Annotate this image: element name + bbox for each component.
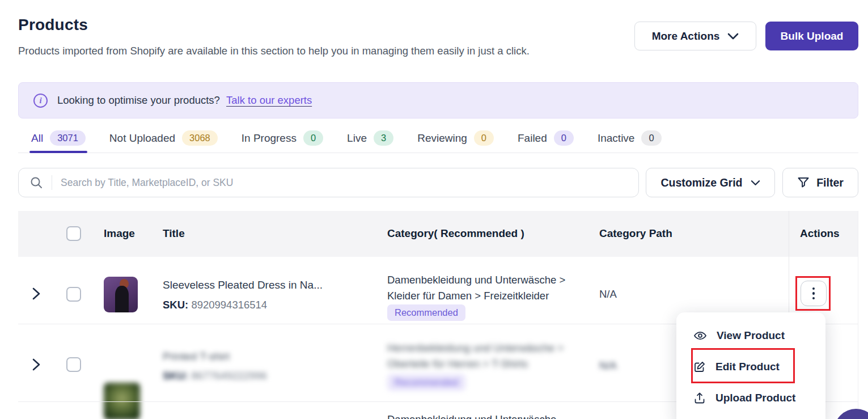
recommended-badge: Recommended bbox=[387, 374, 465, 391]
menu-item-edit-product[interactable]: Edit Product bbox=[676, 351, 825, 382]
experts-banner: i Looking to optimise your products? Tal… bbox=[18, 82, 858, 118]
banner-message: Looking to optimise your products? Talk … bbox=[57, 94, 312, 107]
select-all-checkbox[interactable] bbox=[66, 226, 81, 241]
customize-grid-button[interactable]: Customize Grid bbox=[646, 168, 775, 197]
upload-icon bbox=[693, 392, 706, 404]
product-category: Damenbekleidung und Unterwäsche bbox=[387, 412, 591, 419]
row-actions-menu: View Product Edit Product Upload Product bbox=[676, 312, 825, 419]
menu-item-view-product[interactable]: View Product bbox=[676, 320, 825, 351]
tab-live[interactable]: Live 3 bbox=[347, 124, 393, 153]
row-checkbox[interactable] bbox=[66, 357, 81, 372]
filter-icon bbox=[797, 176, 810, 189]
column-header-category-path: Category Path bbox=[599, 227, 672, 240]
tab-inactive-count: 0 bbox=[641, 130, 661, 146]
search-input[interactable] bbox=[61, 177, 628, 189]
page-title: Products bbox=[18, 16, 88, 34]
status-tabs: All 3071 Not Uploaded 3068 In Progress 0… bbox=[18, 124, 858, 153]
eye-icon bbox=[693, 329, 707, 342]
product-image bbox=[104, 383, 140, 419]
customize-grid-label: Customize Grid bbox=[660, 176, 742, 189]
product-sku: SKU: 8920994316514 bbox=[163, 299, 267, 311]
expand-row-icon[interactable] bbox=[32, 357, 41, 372]
tab-all[interactable]: All 3071 bbox=[31, 124, 86, 153]
search-icon bbox=[29, 176, 43, 189]
tab-failed-count: 0 bbox=[554, 130, 574, 146]
more-actions-button[interactable]: More Actions bbox=[634, 22, 756, 50]
category-path-value: N/A bbox=[599, 359, 617, 372]
chevron-down-icon bbox=[727, 33, 739, 40]
table-right-edge bbox=[858, 211, 858, 419]
row-actions-kebab-button[interactable] bbox=[801, 281, 827, 306]
product-sku: SKU: 8677649222996 bbox=[163, 370, 267, 382]
tab-reviewing-count: 0 bbox=[474, 130, 494, 146]
chevron-down-icon bbox=[751, 180, 760, 186]
chat-fab-button[interactable] bbox=[834, 409, 868, 419]
column-header-image: Image bbox=[104, 227, 135, 240]
edit-icon bbox=[693, 361, 706, 373]
search-bar[interactable] bbox=[18, 168, 639, 197]
column-header-category: Category( Recommended ) bbox=[387, 227, 524, 240]
more-actions-label: More Actions bbox=[652, 30, 720, 43]
product-category: Damenbekleidung und Unterwäsche > Kleide… bbox=[387, 272, 591, 303]
table-header: Image Title Category( Recommended ) Cate… bbox=[18, 211, 858, 257]
bulk-upload-label: Bulk Upload bbox=[781, 30, 844, 43]
tab-reviewing[interactable]: Reviewing 0 bbox=[417, 124, 494, 153]
bulk-upload-button[interactable]: Bulk Upload bbox=[765, 22, 858, 50]
column-header-title: Title bbox=[163, 227, 185, 240]
row-checkbox[interactable] bbox=[66, 287, 81, 302]
tab-all-count: 3071 bbox=[50, 130, 86, 146]
info-icon: i bbox=[33, 94, 48, 108]
talk-to-experts-link[interactable]: Talk to our experts bbox=[226, 94, 312, 106]
tab-not-uploaded-count: 3068 bbox=[182, 130, 218, 146]
filter-label: Filter bbox=[816, 176, 844, 189]
products-page: Products Products imported from Shopify … bbox=[0, 0, 868, 419]
product-image bbox=[104, 277, 138, 312]
page-subtitle: Products imported from Shopify are avail… bbox=[18, 45, 530, 57]
tab-in-progress[interactable]: In Progress 0 bbox=[242, 124, 323, 153]
category-path-value: N/A bbox=[599, 288, 617, 301]
tab-failed[interactable]: Failed 0 bbox=[518, 124, 574, 153]
menu-item-upload-product[interactable]: Upload Product bbox=[676, 382, 825, 413]
filter-button[interactable]: Filter bbox=[782, 168, 858, 197]
product-category: Herrenbekleidung und Unterwäsche > Obert… bbox=[387, 340, 591, 371]
expand-row-icon[interactable] bbox=[32, 286, 41, 301]
tab-live-count: 3 bbox=[374, 130, 393, 146]
tab-inactive[interactable]: Inactive 0 bbox=[598, 124, 662, 153]
recommended-badge: Recommended bbox=[387, 304, 465, 321]
product-title: Sleeveless Pleated Dress in Na... bbox=[163, 279, 323, 291]
column-header-actions: Actions bbox=[800, 227, 840, 240]
search-divider bbox=[52, 175, 52, 190]
product-title: Printed T-shirt bbox=[163, 350, 230, 363]
tab-in-progress-count: 0 bbox=[303, 130, 323, 146]
tab-not-uploaded[interactable]: Not Uploaded 3068 bbox=[109, 124, 218, 153]
